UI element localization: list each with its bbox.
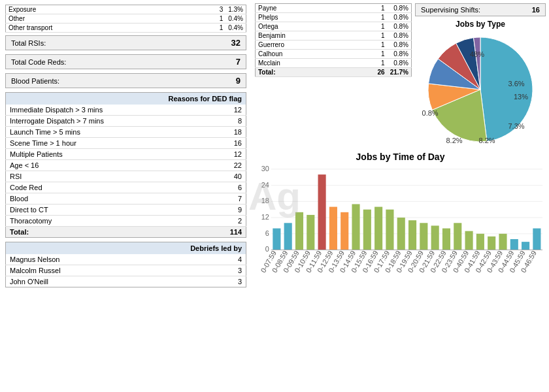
bar-chart-svg: 06121824300-07:590-08:590-09:590-10:590-… <box>255 165 546 276</box>
total-rsis-value: 32 <box>231 38 241 48</box>
bar-chart-title: Jobs by Time of Day <box>255 152 546 162</box>
total-code-reds-value: 7 <box>236 57 241 67</box>
bar-chart-container: 06121824300-07:590-08:590-09:590-10:590-… <box>255 165 546 283</box>
bar <box>374 207 382 250</box>
table-row: Payne10.8% <box>256 4 412 13</box>
table-row: Multiple Patients12 <box>6 149 246 160</box>
bar <box>397 218 405 250</box>
bar <box>465 231 473 250</box>
svg-text:18: 18 <box>261 197 269 204</box>
svg-text:0: 0 <box>265 245 269 253</box>
bar <box>522 242 529 250</box>
bar <box>420 223 427 250</box>
supervising-shifts-label: Supervising Shifts: <box>421 6 480 14</box>
blood-patients-value: 9 <box>236 76 241 86</box>
blood-patients-label: Blood Patients: <box>11 77 59 85</box>
svg-text:12: 12 <box>261 213 269 221</box>
bar <box>284 223 292 250</box>
pie-label: 20.8% <box>422 109 439 117</box>
table-row: Benjamin10.8% <box>256 31 412 41</box>
pie-label: 48% <box>470 50 484 58</box>
bar <box>431 225 439 250</box>
table-row: Scene Time > 1 hour16 <box>6 138 246 149</box>
table-row: Calhoun10.8% <box>256 50 412 59</box>
table-row: Magnus Nelson4 <box>6 254 246 265</box>
table-row: Other10.4% <box>6 14 246 24</box>
bar <box>510 239 518 250</box>
table-row: Total:114 <box>6 227 246 238</box>
total-rsis-label: Total RSIs: <box>11 39 46 47</box>
debriefs-title: Debriefs led by <box>6 242 246 255</box>
blood-patients-box: Blood Patients: 9 <box>5 73 246 88</box>
table-row: Launch Time > 5 mins18 <box>6 127 246 138</box>
exposure-table: Exposure31.3%Other10.4%Other transport10… <box>5 5 246 33</box>
table-row: Mcclain10.8% <box>256 59 412 68</box>
svg-text:24: 24 <box>261 181 269 189</box>
bar <box>318 174 326 250</box>
table-row: Other transport10.4% <box>6 24 246 33</box>
table-row: RSI40 <box>6 171 246 182</box>
pie-svg: 48%20.8%8.2%8.2%7.3%13%3.6% <box>422 31 539 148</box>
total-rsis-box: Total RSIs: 32 <box>5 35 246 50</box>
bar <box>408 220 416 250</box>
bar <box>307 215 314 250</box>
supervising-shifts-value: 16 <box>532 6 540 14</box>
bar <box>386 210 393 250</box>
supervising-shifts-box: Supervising Shifts: 16 <box>415 3 546 16</box>
table-row: Immediate Dispatch > 3 mins12 <box>6 105 246 116</box>
total-code-reds-box: Total Code Reds: 7 <box>5 54 246 69</box>
bar <box>533 229 541 250</box>
bar <box>488 237 495 250</box>
bar <box>363 210 371 250</box>
table-row: Interrogate Dispatch > 7 mins8 <box>6 116 246 127</box>
bar <box>329 207 337 250</box>
ded-flag-title: Reasons for DED flag <box>6 93 246 105</box>
bar <box>352 204 359 250</box>
table-row: Guerrero10.8% <box>256 41 412 50</box>
bar <box>273 229 280 250</box>
table-row: Total:2621.7% <box>256 68 412 77</box>
bar <box>295 212 303 250</box>
bar <box>499 234 507 250</box>
pie-chart: 48%20.8%8.2%8.2%7.3%13%3.6% <box>422 31 539 148</box>
table-row: John O'Neill3 <box>6 276 246 287</box>
pie-label: 8.2% <box>478 137 495 144</box>
bar <box>476 234 484 250</box>
bar <box>454 223 461 250</box>
debriefs-table: Debriefs led by Magnus Nelson4Malcolm Ru… <box>5 242 246 287</box>
pie-label: 13% <box>514 93 528 101</box>
svg-text:6: 6 <box>265 229 269 237</box>
table-row: Exposure31.3% <box>6 5 246 14</box>
bar-chart-section: Jobs by Time of Day 06121824300-07:590-0… <box>255 152 546 283</box>
svg-text:30: 30 <box>261 165 269 172</box>
bar <box>341 212 348 250</box>
ded-flag-table: Reasons for DED flag Immediate Dispatch … <box>5 92 246 238</box>
table-row: Direct to CT9 <box>6 204 246 216</box>
pie-label: 3.6% <box>508 80 524 88</box>
table-row: Malcolm Russel3 <box>6 265 246 276</box>
total-code-reds-label: Total Code Reds: <box>11 58 66 66</box>
table-row: Age < 1622 <box>6 160 246 171</box>
table-row: Thoracotomy2 <box>6 216 246 227</box>
table-row: Phelps10.8% <box>256 13 412 22</box>
pie-chart-title: Jobs by Type <box>415 20 546 29</box>
names-table: Payne10.8%Phelps10.8%Ortega10.8%Benjamin… <box>255 3 412 77</box>
pie-label: 7.3% <box>508 122 524 130</box>
table-row: Ortega10.8% <box>256 22 412 31</box>
table-row: Code Red6 <box>6 182 246 193</box>
pie-label: 8.2% <box>446 137 462 144</box>
pie-slice <box>480 37 533 141</box>
bar <box>442 229 450 250</box>
table-row: Blood7 <box>6 193 246 204</box>
